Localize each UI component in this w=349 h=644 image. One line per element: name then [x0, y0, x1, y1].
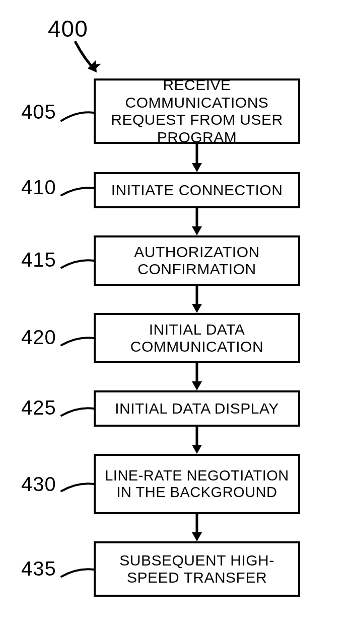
connector-410-415	[190, 208, 203, 236]
step-ref-410: 410	[21, 176, 56, 199]
connector-415-420	[190, 286, 203, 314]
leader-405	[59, 110, 96, 125]
step-box-415: AUTHORIZATION CONFIRMATION	[94, 235, 300, 286]
step-text: LINE-RATE NEGOTIATION IN THE BACKGROUND	[99, 467, 295, 501]
svg-marker-9	[192, 381, 202, 390]
step-text: SUBSEQUENT HIGH-SPEED TRANSFER	[99, 552, 295, 587]
step-box-405: RECEIVE COMMUNICATIONS REQUEST FROM USER…	[94, 78, 300, 144]
leader-435	[59, 567, 96, 581]
step-ref-435: 435	[21, 557, 56, 580]
flowchart-canvas: 400 RECEIVE COMMUNICATIONS REQUEST FROM …	[0, 0, 349, 644]
step-text: AUTHORIZATION CONFIRMATION	[99, 244, 295, 278]
step-text: INITIAL DATA DISPLAY	[115, 400, 279, 418]
svg-marker-7	[192, 304, 202, 313]
leader-430	[59, 481, 96, 495]
step-ref-420: 420	[21, 326, 56, 349]
step-ref-430: 430	[21, 473, 56, 496]
connector-430-435	[190, 514, 203, 542]
connector-420-425	[190, 363, 203, 391]
step-box-430: LINE-RATE NEGOTIATION IN THE BACKGROUND	[94, 454, 300, 514]
step-text: INITIAL DATA COMMUNICATION	[99, 321, 295, 356]
step-ref-405: 405	[21, 101, 56, 123]
step-text: INITIATE CONNECTION	[111, 182, 283, 199]
step-box-410: INITIATE CONNECTION	[94, 172, 300, 208]
step-ref-425: 425	[21, 396, 56, 419]
connector-425-430	[190, 427, 203, 455]
svg-marker-11	[192, 445, 202, 454]
svg-marker-3	[192, 163, 202, 172]
leader-415	[59, 258, 96, 272]
svg-marker-5	[192, 226, 202, 235]
leader-425	[59, 406, 96, 420]
step-box-420: INITIAL DATA COMMUNICATION	[94, 313, 300, 363]
leader-420	[59, 335, 96, 349]
diagram-number: 400	[48, 15, 88, 42]
leader-410	[59, 185, 96, 199]
step-ref-415: 415	[21, 249, 56, 271]
step-text: RECEIVE COMMUNICATIONS REQUEST FROM USER…	[99, 76, 295, 146]
step-box-425: INITIAL DATA DISPLAY	[94, 390, 300, 427]
step-box-435: SUBSEQUENT HIGH-SPEED TRANSFER	[94, 541, 300, 597]
svg-marker-13	[192, 532, 202, 541]
title-arrow	[71, 39, 111, 79]
connector-405-410	[190, 144, 203, 173]
